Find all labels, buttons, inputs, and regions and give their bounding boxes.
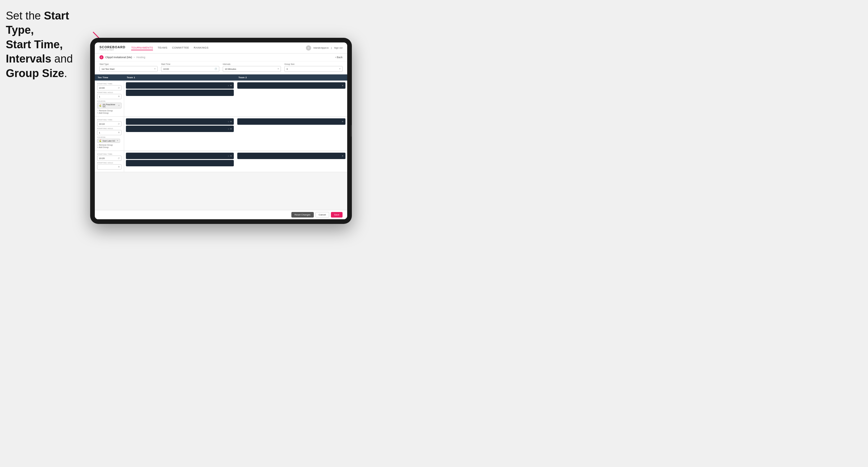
starting-hole-label: STARTING HOLE: xyxy=(97,92,122,93)
start-time-value: 10:00 xyxy=(163,68,169,70)
player-remove-icon[interactable]: ✕ xyxy=(230,128,232,130)
nav-teams[interactable]: TEAMS xyxy=(158,45,167,50)
start-type-value: 1st Tee Start xyxy=(101,68,115,70)
team2-player-row: ✕ xyxy=(237,118,345,125)
tablet-side-button xyxy=(351,125,352,137)
player-info-icon[interactable]: ○ xyxy=(228,84,229,87)
player-info-icon[interactable]: ○ xyxy=(228,155,229,157)
user-avatar: B xyxy=(306,45,311,51)
breadcrumb-sep: › xyxy=(134,56,135,59)
instruction-intervals: Intervals xyxy=(6,53,51,65)
tournament-name[interactable]: Clippd Invitational (Me) xyxy=(105,56,132,59)
player-remove-icon[interactable]: ✕ xyxy=(230,84,232,87)
intervals-label: Intervals xyxy=(223,63,281,65)
instruction-connector: and xyxy=(51,53,73,65)
intervals-group: Intervals 10 Minutes ▾ xyxy=(223,63,281,72)
table-header-row: Tee Time Team 1 Team 2 xyxy=(95,74,347,81)
start-time-select[interactable]: 10:00 🕐 xyxy=(161,66,219,72)
group-actions: ○ Remove Group + Add Group xyxy=(97,110,122,114)
team1-player-row: ○ ✕ xyxy=(126,153,234,159)
tablet-screen: SCOREBOARD Powered by clippd TOURNAMENTS… xyxy=(95,42,347,219)
instruction-text: Set the Start Type, Start Time, Interval… xyxy=(6,9,96,81)
add-group-link[interactable]: + Add Group xyxy=(97,112,122,114)
starting-time-value: 10:10 xyxy=(99,123,105,125)
starting-time-label: STARTING TIME: xyxy=(97,119,122,121)
logo-scoreboard: SCOREBOARD xyxy=(99,45,125,49)
th-team1: Team 1 xyxy=(124,74,236,81)
th-team2: Team 2 xyxy=(236,74,347,81)
tournament-icon: C xyxy=(99,55,103,59)
starting-hole-input[interactable]: ⬍ xyxy=(97,164,122,169)
player-info-icon[interactable]: ○ xyxy=(228,120,229,123)
starting-time-value: 10:20 xyxy=(99,157,105,160)
course-tag: ⛳ East Lake GC ✕ xyxy=(97,139,120,143)
table-row: STARTING TIME: 10:20 ⏱ STARTING HOLE: ⬍ … xyxy=(95,151,347,172)
navbar: SCOREBOARD Powered by clippd TOURNAMENTS… xyxy=(95,42,347,54)
nav-rankings[interactable]: RANKINGS xyxy=(194,45,209,50)
course-tag: ⛳ (A) Peachtree GC ✕ xyxy=(97,103,122,108)
reset-button[interactable]: Reset Changes xyxy=(291,212,314,218)
instruction-prefix: Set the xyxy=(6,9,44,22)
course-remove-icon[interactable]: ✕ xyxy=(118,104,120,107)
start-type-label: Start Type xyxy=(99,63,158,65)
hole-spinner: ⬍ xyxy=(118,131,120,134)
group-size-chevron: ▾ xyxy=(339,68,341,70)
start-type-chevron: ▾ xyxy=(154,68,156,70)
nav-tournaments[interactable]: TOURNAMENTS xyxy=(131,45,153,50)
start-type-select[interactable]: 1st Tee Start ▾ xyxy=(99,66,158,72)
course-label: COURSE: xyxy=(97,136,122,138)
group-actions: ○ Remove Group + Add Group xyxy=(97,144,122,148)
starting-time-input[interactable]: 10:00 ⏱ xyxy=(97,85,122,90)
tee-table: Tee Time Team 1 Team 2 STARTING TIME: 10… xyxy=(95,74,347,172)
table-row: STARTING TIME: 10:00 ⏱ STARTING HOLE: 1 … xyxy=(95,81,347,117)
breadcrumb-hosting: Hosting xyxy=(136,56,145,59)
table-row: STARTING TIME: 10:10 ⏱ STARTING HOLE: 1 … xyxy=(95,117,347,151)
logo-area: SCOREBOARD Powered by clippd xyxy=(99,45,125,51)
breadcrumb: C Clippd Invitational (Me) › Hosting xyxy=(99,55,145,59)
intervals-select[interactable]: 10 Minutes ▾ xyxy=(223,66,281,72)
course-name: East Lake GC xyxy=(103,140,116,142)
group-size-value: 3 xyxy=(286,68,287,70)
starting-time-label: STARTING TIME: xyxy=(97,83,122,85)
starting-hole-input[interactable]: 1 ⬍ xyxy=(97,94,122,99)
main-content: Tee Time Team 1 Team 2 STARTING TIME: 10… xyxy=(95,74,347,210)
intervals-value: 10 Minutes xyxy=(225,68,236,70)
instruction-start-time: Start Time, xyxy=(6,38,63,51)
group-size-group: Group Size 3 ▾ xyxy=(284,63,343,72)
player-remove-icon[interactable]: ✕ xyxy=(230,120,232,123)
nav-committee[interactable]: COMMITTEE xyxy=(172,45,189,50)
course-flag-icon: ⛳ xyxy=(99,104,101,107)
hole-spinner: ⬍ xyxy=(118,166,120,168)
course-remove-icon[interactable]: ✕ xyxy=(117,139,118,142)
starting-hole-label: STARTING HOLE: xyxy=(97,128,122,129)
start-time-group: Start Time 10:00 🕐 xyxy=(161,63,219,72)
nav-right: B blair@clippd.io | Sign out xyxy=(306,45,343,51)
starting-time-input[interactable]: 10:10 ⏱ xyxy=(97,121,122,126)
instruction-group-size: Group Size xyxy=(6,67,64,80)
sign-out-link[interactable]: Sign out xyxy=(334,46,343,49)
clock-icon: ⏱ xyxy=(118,87,120,89)
add-group-link[interactable]: + Add Group xyxy=(97,146,122,148)
player-remove-icon[interactable]: ✕ xyxy=(342,120,344,123)
clock-icon: ⏱ xyxy=(118,157,120,159)
starting-hole-input[interactable]: 1 ⬍ xyxy=(97,130,122,135)
player-remove-icon[interactable]: ✕ xyxy=(342,84,344,87)
player-remove-icon[interactable]: ✕ xyxy=(342,155,344,157)
remove-group-link[interactable]: ○ Remove Group xyxy=(97,110,122,112)
starting-time-input[interactable]: 10:20 ⏱ xyxy=(97,156,122,161)
remove-group-link[interactable]: ○ Remove Group xyxy=(97,144,122,146)
th-tee-time: Tee Time xyxy=(95,74,124,81)
cancel-button[interactable]: Cancel xyxy=(315,212,329,218)
user-email: blair@clippd.io xyxy=(313,46,329,49)
back-button[interactable]: ‹ Back xyxy=(335,56,343,59)
team1-player-row xyxy=(126,90,234,96)
player-info-icon[interactable]: ○ xyxy=(228,128,229,130)
player-remove-icon[interactable]: ✕ xyxy=(230,155,232,157)
start-time-chevron: 🕐 xyxy=(215,68,217,70)
breadcrumb-bar: C Clippd Invitational (Me) › Hosting ‹ B… xyxy=(95,54,347,61)
bottom-bar: Reset Changes Cancel Save xyxy=(95,210,347,219)
save-button[interactable]: Save xyxy=(331,212,343,218)
group-size-select[interactable]: 3 ▾ xyxy=(284,66,343,72)
logo-powered: Powered by clippd xyxy=(99,49,125,51)
team2-player-row: ✕ xyxy=(237,153,345,159)
